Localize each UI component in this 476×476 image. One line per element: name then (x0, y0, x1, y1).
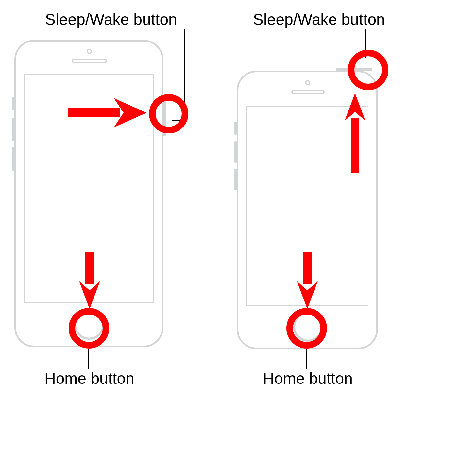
phone-left-vol-up (12, 118, 15, 141)
phone-right-vol-down (234, 169, 237, 190)
phone-left-mute-switch (12, 97, 15, 110)
arrow-up-icon (342, 92, 368, 177)
label-home-right: Home button (263, 371, 353, 386)
highlight-ring-home-left (69, 308, 109, 348)
phone-right-mute-switch (234, 122, 237, 135)
label-home-left: Home button (44, 371, 134, 386)
earpiece-icon (72, 59, 107, 63)
diagram-stage: { "accent": "#ff0000", "labels": { "left… (0, 0, 476, 476)
highlight-ring-sleep-wake-right (348, 50, 388, 90)
camera-icon (87, 49, 92, 54)
phone-left-vol-down (12, 147, 15, 171)
arrow-right-icon (65, 95, 150, 131)
earpiece-icon (291, 90, 325, 94)
leader-home-left (88, 348, 89, 369)
highlight-ring-sleep-wake-left (149, 94, 188, 133)
camera-icon (305, 80, 310, 85)
label-sleep-wake-left: Sleep/Wake button (45, 12, 177, 27)
arrow-down-icon (76, 248, 103, 311)
leader-home-right (306, 348, 307, 369)
label-sleep-wake-right: Sleep/Wake button (253, 12, 385, 27)
phone-right-vol-up (234, 141, 237, 163)
highlight-ring-home-right (286, 308, 327, 348)
arrow-down-icon (294, 248, 320, 311)
